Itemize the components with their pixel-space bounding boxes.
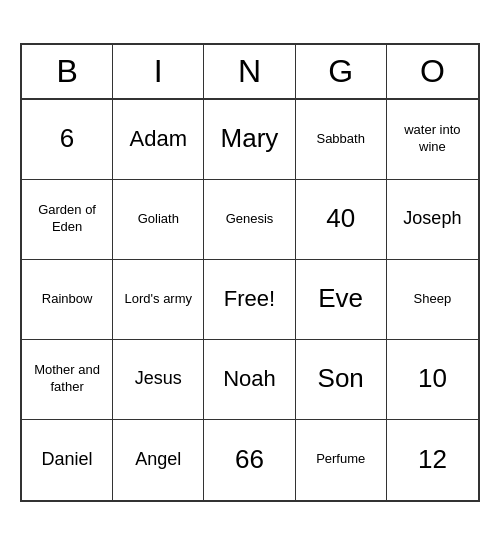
cell-text: Sheep: [414, 291, 452, 308]
cell-text: Lord's army: [125, 291, 193, 308]
bingo-card: BINGO 6AdamMarySabbathwater into wineGar…: [20, 43, 480, 502]
bingo-cell: 12: [387, 420, 478, 500]
bingo-cell: Rainbow: [22, 260, 113, 340]
bingo-cell: Mother and father: [22, 340, 113, 420]
bingo-cell: 66: [204, 420, 295, 500]
bingo-header-letter: O: [387, 45, 478, 98]
cell-text: 40: [326, 202, 355, 236]
bingo-cell: Angel: [113, 420, 204, 500]
bingo-cell: Garden of Eden: [22, 180, 113, 260]
bingo-header-letter: B: [22, 45, 113, 98]
bingo-cell: Genesis: [204, 180, 295, 260]
cell-text: 6: [60, 122, 74, 156]
bingo-cell: 10: [387, 340, 478, 420]
cell-text: Free!: [224, 285, 275, 314]
cell-text: Mother and father: [26, 362, 108, 396]
cell-text: Son: [318, 362, 364, 396]
bingo-cell: Lord's army: [113, 260, 204, 340]
bingo-header: BINGO: [22, 45, 478, 100]
bingo-cell: Sabbath: [296, 100, 387, 180]
bingo-cell: Adam: [113, 100, 204, 180]
bingo-cell: Jesus: [113, 340, 204, 420]
cell-text: Sabbath: [316, 131, 364, 148]
bingo-cell: Free!: [204, 260, 295, 340]
cell-text: Rainbow: [42, 291, 93, 308]
bingo-header-letter: N: [204, 45, 295, 98]
cell-text: Daniel: [42, 448, 93, 471]
cell-text: 66: [235, 443, 264, 477]
bingo-header-letter: I: [113, 45, 204, 98]
bingo-cell: Mary: [204, 100, 295, 180]
bingo-cell: Sheep: [387, 260, 478, 340]
bingo-cell: Daniel: [22, 420, 113, 500]
bingo-cell: water into wine: [387, 100, 478, 180]
bingo-cell: Goliath: [113, 180, 204, 260]
cell-text: Jesus: [135, 367, 182, 390]
cell-text: 12: [418, 443, 447, 477]
bingo-cell: Noah: [204, 340, 295, 420]
cell-text: Genesis: [226, 211, 274, 228]
bingo-cell: 6: [22, 100, 113, 180]
cell-text: Eve: [318, 282, 363, 316]
bingo-grid: 6AdamMarySabbathwater into wineGarden of…: [22, 100, 478, 500]
bingo-cell: 40: [296, 180, 387, 260]
bingo-cell: Perfume: [296, 420, 387, 500]
cell-text: Joseph: [403, 207, 461, 230]
bingo-cell: Eve: [296, 260, 387, 340]
bingo-header-letter: G: [296, 45, 387, 98]
cell-text: Noah: [223, 365, 276, 394]
cell-text: Perfume: [316, 451, 365, 468]
cell-text: Angel: [135, 448, 181, 471]
bingo-cell: Joseph: [387, 180, 478, 260]
cell-text: Adam: [130, 125, 187, 154]
cell-text: Goliath: [138, 211, 179, 228]
cell-text: Mary: [221, 122, 279, 156]
cell-text: 10: [418, 362, 447, 396]
cell-text: water into wine: [391, 122, 474, 156]
cell-text: Garden of Eden: [26, 202, 108, 236]
bingo-cell: Son: [296, 340, 387, 420]
